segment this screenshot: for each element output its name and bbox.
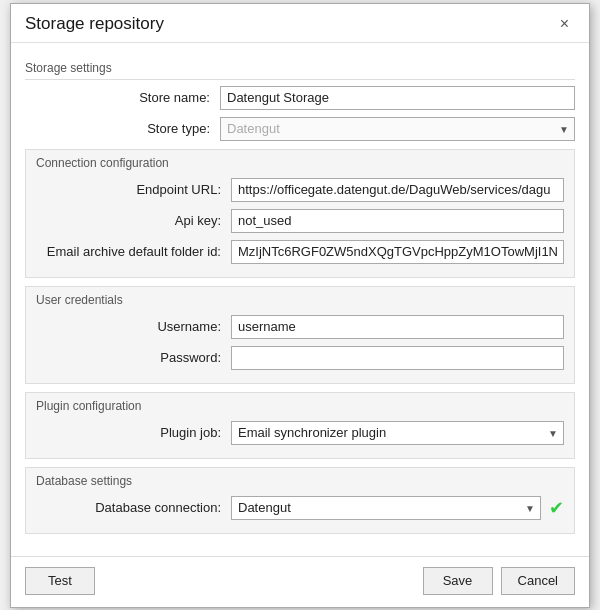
storage-repository-dialog: Storage repository × Storage settings St…: [10, 3, 590, 608]
dialog-body: Storage settings Store name: Store type:…: [11, 43, 589, 552]
database-settings-header: Database settings: [36, 474, 564, 488]
database-connection-select[interactable]: Datengut: [231, 496, 541, 520]
api-key-input[interactable]: [231, 209, 564, 233]
store-name-row: Store name:: [25, 86, 575, 110]
password-row: Password:: [36, 346, 564, 370]
plugin-job-select[interactable]: Email synchronizer plugin: [231, 421, 564, 445]
user-credentials-header: User credentials: [36, 293, 564, 307]
plugin-job-row: Plugin job: Email synchronizer plugin ▼: [36, 421, 564, 445]
user-credentials-section: User credentials Username: Password:: [25, 286, 575, 384]
email-archive-input[interactable]: [231, 240, 564, 264]
password-label: Password:: [36, 350, 231, 365]
api-key-label: Api key:: [36, 213, 231, 228]
store-type-select[interactable]: Datengut: [220, 117, 575, 141]
password-input[interactable]: [231, 346, 564, 370]
dialog-footer: Test Save Cancel: [11, 556, 589, 607]
email-archive-label: Email archive default folder id:: [36, 244, 231, 259]
username-row: Username:: [36, 315, 564, 339]
plugin-config-section: Plugin configuration Plugin job: Email s…: [25, 392, 575, 459]
email-archive-row: Email archive default folder id:: [36, 240, 564, 264]
store-type-label: Store type:: [25, 121, 220, 136]
store-type-select-wrap: Datengut ▼: [220, 117, 575, 141]
database-connection-row: Database connection: Datengut ▼ ✔: [36, 496, 564, 520]
store-name-label: Store name:: [25, 90, 220, 105]
database-connection-label: Database connection:: [36, 500, 231, 515]
footer-right-buttons: Save Cancel: [423, 567, 575, 595]
plugin-job-select-wrap: Email synchronizer plugin ▼: [231, 421, 564, 445]
database-settings-section: Database settings Database connection: D…: [25, 467, 575, 534]
save-button[interactable]: Save: [423, 567, 493, 595]
plugin-job-label: Plugin job:: [36, 425, 231, 440]
connection-config-header: Connection configuration: [36, 156, 564, 170]
api-key-row: Api key:: [36, 209, 564, 233]
test-button[interactable]: Test: [25, 567, 95, 595]
username-input[interactable]: [231, 315, 564, 339]
dialog-title: Storage repository: [25, 14, 164, 34]
store-name-input[interactable]: [220, 86, 575, 110]
endpoint-url-label: Endpoint URL:: [36, 182, 231, 197]
plugin-config-header: Plugin configuration: [36, 399, 564, 413]
close-button[interactable]: ×: [554, 14, 575, 34]
database-connection-check-icon: ✔: [549, 499, 564, 517]
storage-settings-header: Storage settings: [25, 61, 575, 80]
endpoint-url-input[interactable]: [231, 178, 564, 202]
database-connection-select-wrap: Datengut ▼: [231, 496, 541, 520]
username-label: Username:: [36, 319, 231, 334]
cancel-button[interactable]: Cancel: [501, 567, 575, 595]
title-bar: Storage repository ×: [11, 4, 589, 43]
endpoint-url-row: Endpoint URL:: [36, 178, 564, 202]
connection-config-section: Connection configuration Endpoint URL: A…: [25, 149, 575, 278]
store-type-row: Store type: Datengut ▼: [25, 117, 575, 141]
